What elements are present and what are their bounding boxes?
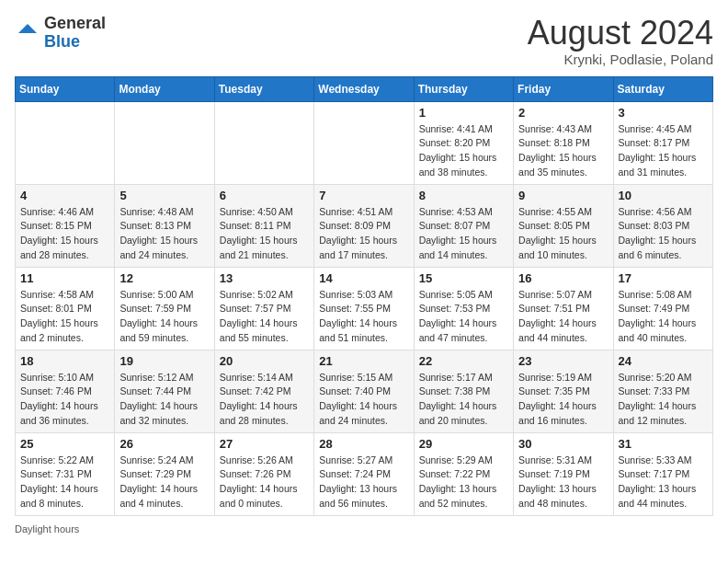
day-cell: 15Sunrise: 5:05 AMSunset: 7:53 PMDayligh… — [414, 267, 513, 350]
day-number: 26 — [119, 437, 209, 451]
day-number: 28 — [319, 437, 408, 451]
day-cell: 18Sunrise: 5:10 AMSunset: 7:46 PMDayligh… — [16, 350, 115, 432]
logo: General Blue — [15, 15, 106, 52]
day-info: Sunrise: 5:20 AMSunset: 7:33 PMDaylight:… — [619, 371, 708, 429]
day-cell: 11Sunrise: 4:58 AMSunset: 8:01 PMDayligh… — [16, 267, 115, 350]
day-number: 3 — [619, 106, 708, 120]
day-cell — [314, 101, 414, 184]
day-info: Sunrise: 5:12 AMSunset: 7:44 PMDaylight:… — [119, 371, 209, 429]
day-info: Sunrise: 5:19 AMSunset: 7:35 PMDaylight:… — [518, 371, 608, 429]
day-info: Sunrise: 5:00 AMSunset: 7:59 PMDaylight:… — [119, 288, 209, 346]
column-header-friday: Friday — [514, 76, 613, 101]
column-header-saturday: Saturday — [613, 76, 712, 101]
day-number: 25 — [20, 437, 109, 451]
day-number: 1 — [419, 106, 508, 120]
day-cell: 12Sunrise: 5:00 AMSunset: 7:59 PMDayligh… — [115, 267, 214, 350]
day-info: Sunrise: 5:10 AMSunset: 7:46 PMDaylight:… — [20, 371, 109, 429]
day-info: Sunrise: 4:41 AMSunset: 8:20 PMDaylight:… — [419, 122, 508, 180]
column-header-thursday: Thursday — [414, 76, 513, 101]
day-number: 12 — [119, 271, 209, 285]
day-number: 13 — [220, 271, 309, 285]
day-number: 21 — [319, 354, 408, 368]
day-cell: 20Sunrise: 5:14 AMSunset: 7:42 PMDayligh… — [214, 350, 313, 432]
day-info: Sunrise: 4:55 AMSunset: 8:05 PMDaylight:… — [518, 205, 608, 263]
day-info: Sunrise: 5:22 AMSunset: 7:31 PMDaylight:… — [20, 454, 109, 511]
day-info: Sunrise: 5:24 AMSunset: 7:29 PMDaylight:… — [119, 454, 209, 511]
day-info: Sunrise: 4:50 AMSunset: 8:11 PMDaylight:… — [220, 205, 309, 263]
day-info: Sunrise: 5:29 AMSunset: 7:22 PMDaylight:… — [419, 454, 508, 511]
day-cell: 10Sunrise: 4:56 AMSunset: 8:03 PMDayligh… — [613, 184, 712, 267]
day-info: Sunrise: 5:15 AMSunset: 7:40 PMDaylight:… — [319, 371, 408, 429]
day-info: Sunrise: 5:03 AMSunset: 7:55 PMDaylight:… — [319, 288, 408, 346]
calendar-body: 1Sunrise: 4:41 AMSunset: 8:20 PMDaylight… — [16, 101, 713, 515]
header-row: SundayMondayTuesdayWednesdayThursdayFrid… — [16, 76, 713, 101]
day-cell: 19Sunrise: 5:12 AMSunset: 7:44 PMDayligh… — [115, 350, 214, 432]
day-number: 23 — [518, 354, 608, 368]
day-cell: 1Sunrise: 4:41 AMSunset: 8:20 PMDaylight… — [414, 101, 513, 184]
day-cell: 31Sunrise: 5:33 AMSunset: 7:17 PMDayligh… — [613, 432, 712, 515]
week-row-2: 4Sunrise: 4:46 AMSunset: 8:15 PMDaylight… — [16, 184, 713, 267]
day-cell: 3Sunrise: 4:45 AMSunset: 8:17 PMDaylight… — [613, 101, 712, 184]
day-cell — [115, 101, 214, 184]
day-cell: 24Sunrise: 5:20 AMSunset: 7:33 PMDayligh… — [613, 350, 712, 432]
day-number: 27 — [220, 437, 309, 451]
day-cell: 4Sunrise: 4:46 AMSunset: 8:15 PMDaylight… — [16, 184, 115, 267]
day-info: Sunrise: 4:51 AMSunset: 8:09 PMDaylight:… — [319, 205, 408, 263]
day-number: 18 — [20, 354, 109, 368]
day-cell: 5Sunrise: 4:48 AMSunset: 8:13 PMDaylight… — [115, 184, 214, 267]
location: Krynki, Podlasie, Poland — [528, 52, 713, 67]
page-header: General Blue August 2024 Krynki, Podlasi… — [15, 15, 713, 67]
day-number: 22 — [419, 354, 508, 368]
day-number: 15 — [419, 271, 508, 285]
day-cell: 2Sunrise: 4:43 AMSunset: 8:18 PMDaylight… — [514, 101, 613, 184]
day-number: 10 — [619, 189, 708, 202]
day-number: 5 — [119, 189, 209, 202]
month-year: August 2024 — [528, 15, 713, 52]
column-header-monday: Monday — [115, 76, 214, 101]
logo-text: General Blue — [44, 15, 106, 52]
logo-general: General — [44, 15, 106, 33]
day-cell: 8Sunrise: 4:53 AMSunset: 8:07 PMDaylight… — [414, 184, 513, 267]
day-number: 16 — [518, 271, 608, 285]
day-number: 8 — [419, 189, 508, 202]
day-cell: 23Sunrise: 5:19 AMSunset: 7:35 PMDayligh… — [514, 350, 613, 432]
day-info: Sunrise: 5:17 AMSunset: 7:38 PMDaylight:… — [419, 371, 508, 429]
day-cell: 13Sunrise: 5:02 AMSunset: 7:57 PMDayligh… — [214, 267, 313, 350]
day-number: 19 — [119, 354, 209, 368]
week-row-3: 11Sunrise: 4:58 AMSunset: 8:01 PMDayligh… — [16, 267, 713, 350]
title-block: August 2024 Krynki, Podlasie, Poland — [528, 15, 713, 67]
day-cell: 26Sunrise: 5:24 AMSunset: 7:29 PMDayligh… — [115, 432, 214, 515]
legend: Daylight hours — [15, 523, 713, 534]
day-number: 9 — [518, 189, 608, 202]
day-info: Sunrise: 4:53 AMSunset: 8:07 PMDaylight:… — [419, 205, 508, 263]
day-cell: 7Sunrise: 4:51 AMSunset: 8:09 PMDaylight… — [314, 184, 414, 267]
week-row-4: 18Sunrise: 5:10 AMSunset: 7:46 PMDayligh… — [16, 350, 713, 432]
day-cell: 16Sunrise: 5:07 AMSunset: 7:51 PMDayligh… — [514, 267, 613, 350]
day-info: Sunrise: 4:46 AMSunset: 8:15 PMDaylight:… — [20, 205, 109, 263]
day-info: Sunrise: 5:26 AMSunset: 7:26 PMDaylight:… — [220, 454, 309, 511]
day-number: 6 — [220, 189, 309, 202]
day-number: 4 — [20, 189, 109, 202]
week-row-1: 1Sunrise: 4:41 AMSunset: 8:20 PMDaylight… — [16, 101, 713, 184]
column-header-tuesday: Tuesday — [214, 76, 313, 101]
day-info: Sunrise: 5:02 AMSunset: 7:57 PMDaylight:… — [220, 288, 309, 346]
day-cell: 28Sunrise: 5:27 AMSunset: 7:24 PMDayligh… — [314, 432, 414, 515]
day-cell: 17Sunrise: 5:08 AMSunset: 7:49 PMDayligh… — [613, 267, 712, 350]
day-info: Sunrise: 5:05 AMSunset: 7:53 PMDaylight:… — [419, 288, 508, 346]
column-header-sunday: Sunday — [16, 76, 115, 101]
day-info: Sunrise: 4:43 AMSunset: 8:18 PMDaylight:… — [518, 122, 608, 180]
day-info: Sunrise: 5:08 AMSunset: 7:49 PMDaylight:… — [619, 288, 708, 346]
day-info: Sunrise: 4:48 AMSunset: 8:13 PMDaylight:… — [119, 205, 209, 263]
day-info: Sunrise: 4:58 AMSunset: 8:01 PMDaylight:… — [20, 288, 109, 346]
day-cell: 30Sunrise: 5:31 AMSunset: 7:19 PMDayligh… — [514, 432, 613, 515]
day-number: 14 — [319, 271, 408, 285]
day-info: Sunrise: 5:33 AMSunset: 7:17 PMDaylight:… — [619, 454, 708, 511]
calendar-header: SundayMondayTuesdayWednesdayThursdayFrid… — [16, 76, 713, 101]
day-info: Sunrise: 5:27 AMSunset: 7:24 PMDaylight:… — [319, 454, 408, 511]
day-number: 17 — [619, 271, 708, 285]
day-info: Sunrise: 5:14 AMSunset: 7:42 PMDaylight:… — [220, 371, 309, 429]
day-number: 31 — [619, 437, 708, 451]
day-number: 7 — [319, 189, 408, 202]
day-number: 2 — [518, 106, 608, 120]
daylight-hours-label: Daylight hours — [15, 523, 79, 534]
